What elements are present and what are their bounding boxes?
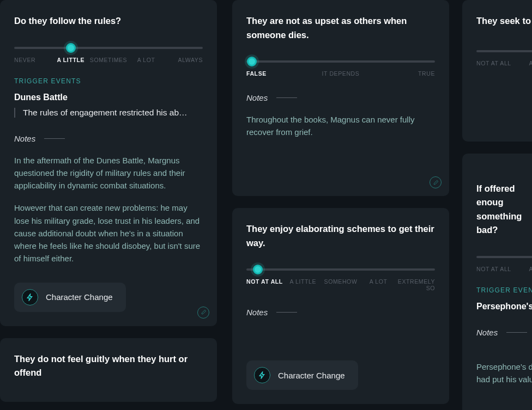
question-text: They are not as upset as others when som… <box>246 14 435 42</box>
trigger-events-heading: TRIGGER EVENTS <box>14 77 203 85</box>
notes-paragraph: In the aftermath of the Dunes Battle, Ma… <box>14 154 203 192</box>
tick-label: EXTREMELY SO <box>397 278 435 291</box>
notes-heading: Notes <box>14 134 35 143</box>
lightning-icon <box>22 289 38 305</box>
tick-label: A LIT <box>511 60 532 66</box>
divider <box>506 332 527 333</box>
trigger-events-heading: TRIGGER EVENT <box>476 286 532 294</box>
notes-heading: Notes <box>476 328 498 337</box>
tick-label: NEVER <box>14 57 52 63</box>
tick-label: NOT AT ALL <box>246 278 284 291</box>
slider-ticks: NOT AT ALL A LIT <box>476 266 532 272</box>
tick-label: A LITTLE <box>284 278 322 291</box>
trait-card-guilt: They do not feel guitly when they hurt o… <box>0 338 217 402</box>
tick-label: SOMEHOW <box>322 278 359 291</box>
degree-slider[interactable] <box>246 268 435 271</box>
question-text: They seek to rep community in so <box>476 14 532 28</box>
notes-body: Persephone's de had put his value <box>476 348 532 399</box>
question-text: They enjoy elaborating schemes to get th… <box>246 222 435 250</box>
divider <box>44 138 65 139</box>
trait-card-community: They seek to rep community in so NOT AT … <box>462 0 532 142</box>
character-change-button[interactable]: Character Change <box>14 283 126 312</box>
tick-label: SOMETIMES <box>89 57 127 63</box>
degree-slider[interactable] <box>476 50 532 52</box>
tick-label: NOT AT ALL <box>476 266 511 272</box>
lightning-icon <box>254 367 270 383</box>
divider <box>276 312 297 313</box>
tick-label: TRUE <box>372 70 435 77</box>
tick-label: A LOT <box>360 278 397 291</box>
chip-label: Character Change <box>46 292 113 302</box>
edit-icon[interactable] <box>197 307 209 319</box>
trait-card-grief: They are not as upset as others when som… <box>232 0 449 196</box>
slider-ticks: NOT AT ALL A LIT <box>476 60 532 66</box>
notes-heading: Notes <box>246 93 268 102</box>
question-text: Do they follow the rules? <box>14 14 203 28</box>
notes-body: In the aftermath of the Dunes Battle, Ma… <box>14 154 203 265</box>
tick-label: NOT AT ALL <box>476 60 511 66</box>
tick-label: IT DEPENDS <box>309 70 372 77</box>
notes-paragraph: Throughout the books, Magnus can never f… <box>246 113 435 139</box>
trait-card-rules: Do they follow the rules? NEVER A LITTLE… <box>0 0 217 326</box>
event-description: The rules of engagement restricted his a… <box>14 108 203 118</box>
truth-slider[interactable] <box>246 60 435 63</box>
chip-label: Character Change <box>278 371 345 380</box>
frequency-slider[interactable] <box>14 47 203 49</box>
degree-slider[interactable] <box>476 256 532 258</box>
tick-label: A LITTLE <box>52 57 89 63</box>
notes-paragraph: Persephone's de had put his value <box>476 360 532 386</box>
trait-card-bribe: If offered enoug something bad? NOT AT A… <box>462 154 532 410</box>
question-text: If offered enoug something bad? <box>476 168 532 237</box>
tick-label: FALSE <box>246 70 309 77</box>
slider-ticks: NOT AT ALL A LITTLE SOMEHOW A LOT EXTREM… <box>246 278 435 291</box>
character-change-button[interactable]: Character Change <box>246 360 358 390</box>
event-title: Persephone's De <box>476 302 532 311</box>
slider-ticks: NEVER A LITTLE SOMETIMES A LOT ALWAYS <box>14 57 203 63</box>
tick-label: ALWAYS <box>165 57 203 63</box>
trait-card-schemes: They enjoy elaborating schemes to get th… <box>232 208 449 404</box>
tick-label: A LOT <box>128 57 165 63</box>
divider <box>276 97 297 98</box>
notes-heading: Notes <box>246 308 268 317</box>
edit-icon[interactable] <box>430 176 442 188</box>
question-text: They do not feel guitly when they hurt o… <box>14 352 203 380</box>
tick-label: A LIT <box>511 266 532 272</box>
slider-ticks: FALSE IT DEPENDS TRUE <box>246 70 435 77</box>
notes-body: Throughout the books, Magnus can never f… <box>246 113 435 139</box>
notes-paragraph: However that can create new problems: he… <box>14 201 203 265</box>
event-title: Dunes Battle <box>14 93 203 102</box>
